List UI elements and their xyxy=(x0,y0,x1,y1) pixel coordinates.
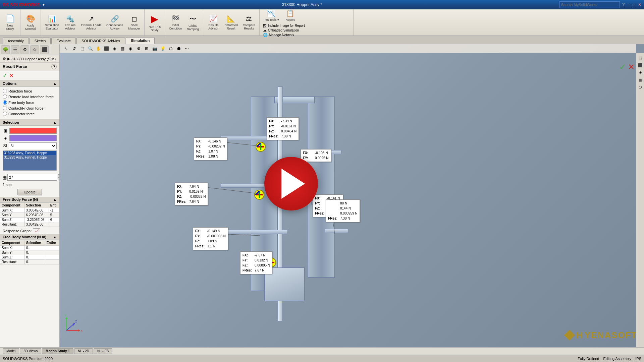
minimize-btn[interactable]: ─ xyxy=(627,2,630,7)
view-btn-zoom-box[interactable]: ⬚ xyxy=(78,45,86,52)
view-btn-lights[interactable]: 💡 xyxy=(159,45,166,52)
bottom-tab-nl-fb[interactable]: NL - FB xyxy=(94,348,112,354)
strip-btn-5[interactable]: ⬡ xyxy=(637,84,644,90)
view-btn-more[interactable]: ⋯ xyxy=(183,45,191,52)
ribbon: 📄 NewStudy 🎨 ApplyMaterial 📊 SimulationE… xyxy=(0,9,644,36)
view-btn-settings[interactable]: ⚙ xyxy=(135,45,142,52)
selection-listbox[interactable]: 313293 Assy, Funnel, Hoppe 313293 Assy, … xyxy=(3,150,57,171)
run-study-button[interactable]: ▶ Run ThisStudy xyxy=(147,12,163,33)
strip-btn-4[interactable]: ▦ xyxy=(637,76,644,83)
view-btn-display[interactable]: ◈ xyxy=(111,45,118,52)
response-graph-icon[interactable]: 📈 xyxy=(33,228,40,233)
tabs-bar: Assembly Sketch Evaluate SOLIDWORKS Add-… xyxy=(0,36,644,44)
view-btn-pointer[interactable]: ↖ xyxy=(62,45,70,52)
radio-connector-input[interactable] xyxy=(3,112,7,116)
options-section-header[interactable]: Options ▲ xyxy=(0,80,59,87)
strip-btn-1[interactable]: ⬚ xyxy=(637,54,644,61)
help-icon[interactable]: ? xyxy=(623,2,625,7)
radio-contact-input[interactable] xyxy=(3,106,7,110)
yena-diamond-icon xyxy=(564,330,575,341)
fixtures-advisor-button[interactable]: 🔩 FixturesAdvisor xyxy=(62,13,78,32)
view-btn-grid[interactable]: ⊞ xyxy=(143,45,150,52)
plot-tools-button[interactable]: 📉 Plot Tools ▾ xyxy=(262,8,281,23)
step-down[interactable]: ▼ xyxy=(58,177,59,180)
force-table-header[interactable]: Free Body Force (N) ▲ xyxy=(0,197,59,202)
simulation-evaluator-label: SimulationEvaluator xyxy=(45,23,59,30)
cancel-button[interactable]: ✕ xyxy=(9,72,13,79)
bottom-tab-nl2d[interactable]: NL - 2D xyxy=(74,348,93,354)
view-btn-rotate[interactable]: ↺ xyxy=(70,45,78,52)
bottom-tab-motion-study[interactable]: Motion Study 1 xyxy=(42,348,73,354)
view-btn-perspective[interactable]: ⬡ xyxy=(167,45,174,52)
offloaded-simulation-button[interactable]: ☁ Offloaded Simulation xyxy=(263,28,305,33)
radio-remote: Remote load interface force xyxy=(3,95,57,99)
view-btn-appearance[interactable]: ◉ xyxy=(127,45,134,52)
selection-title: Selection xyxy=(3,120,19,124)
listbox-item-2[interactable]: 313293 Assy, Funnel, Hoppe xyxy=(3,155,56,160)
panel-icon-settings[interactable]: ⚙ xyxy=(20,45,29,54)
viewport[interactable]: ↖ ↺ ⬚ 🔍 ✋ ⬛ ◈ ▦ ◉ ⚙ ⊞ 📷 💡 ⬡ ⬢ ⋯ xyxy=(60,44,644,347)
force-table: Component Selection Enti Sum X:3.0834E-0… xyxy=(0,202,59,227)
listbox-item-1[interactable]: 313293 Assy, Funnel, Hoppe xyxy=(3,151,56,155)
panel-icon-cube[interactable]: ⬛ xyxy=(40,45,49,54)
manage-network-button[interactable]: 🌐 Manage Network xyxy=(263,33,305,37)
tab-sketch[interactable]: Sketch xyxy=(30,38,51,44)
radio-reaction-input[interactable] xyxy=(3,89,7,93)
view-btn-3d[interactable]: ⬛ xyxy=(103,45,110,52)
tab-addins[interactable]: SOLIDWORKS Add-Ins xyxy=(76,38,125,44)
step-up[interactable]: ▲ xyxy=(58,174,59,177)
maximize-btn[interactable]: □ xyxy=(633,2,635,7)
report-button[interactable]: 📋 Report xyxy=(282,8,298,23)
global-damping-button[interactable]: 〜 GlobalDamping xyxy=(185,13,201,32)
new-study-button[interactable]: 📄 NewStudy xyxy=(2,13,18,32)
shell-manager-button[interactable]: ◻ ShellManager xyxy=(126,13,142,32)
response-graph-label: Response Graph: xyxy=(3,229,32,233)
ribbon-group-material: 🎨 ApplyMaterial xyxy=(20,9,41,36)
selection-section-header[interactable]: Selection ▲ xyxy=(0,119,59,126)
radio-remote-input[interactable] xyxy=(3,95,7,99)
moment-table-header[interactable]: Free Body Moment (N.m) ▲ xyxy=(0,234,59,240)
panel-scroll[interactable]: Result Force ? ✓ ✕ Options ▲ Reaction fo… xyxy=(0,63,59,347)
selection-input-1[interactable] xyxy=(9,128,57,134)
view-btn-zoom[interactable]: 🔍 xyxy=(87,45,94,52)
bottom-tab-model[interactable]: Model xyxy=(3,348,19,354)
tab-evaluate[interactable]: Evaluate xyxy=(51,38,76,44)
bottom-tab-3dviews[interactable]: 3D Views xyxy=(20,348,41,354)
cell-selection: 0. xyxy=(25,250,45,255)
apply-material-button[interactable]: 🎨 ApplyMaterial xyxy=(22,13,39,32)
connections-advisor-button[interactable]: 🔗 ConnectionsAdvisor xyxy=(104,13,125,32)
compare-results-button[interactable]: ⚖ CompareResults xyxy=(241,13,257,32)
search-input[interactable] xyxy=(559,1,620,8)
unit-select[interactable]: SICGSMKS xyxy=(9,142,57,149)
strip-btn-3[interactable]: ◈ xyxy=(637,69,644,76)
view-btn-section[interactable]: ▦ xyxy=(119,45,126,52)
tab-assembly[interactable]: Assembly xyxy=(3,38,29,44)
step-input[interactable] xyxy=(7,174,57,181)
selection-input-2[interactable] xyxy=(9,135,57,141)
panel-icon-star[interactable]: ☆ xyxy=(30,45,39,54)
panel-icon-tree[interactable]: 🌳 xyxy=(1,45,10,54)
external-loads-button[interactable]: ↗ External LoadsAdvisor xyxy=(79,13,103,32)
strip-btn-2[interactable]: ⬛ xyxy=(637,62,644,68)
viewport-ok-btn[interactable]: ✓ xyxy=(619,62,626,72)
view-btn-decal[interactable]: ⬢ xyxy=(175,45,182,52)
quick-access-icon[interactable]: ▾ xyxy=(43,2,45,7)
view-btn-pan[interactable]: ✋ xyxy=(95,45,102,52)
deformed-result-button[interactable]: 📐 DeformedResult xyxy=(222,13,240,32)
view-btn-camera[interactable]: 📷 xyxy=(151,45,158,52)
table-row: Sum Z:0. xyxy=(0,255,59,260)
results-advisor-button[interactable]: 📈 ResultsAdvisor xyxy=(205,13,221,32)
include-image-button[interactable]: 🖼 Include Image for Report xyxy=(263,24,305,28)
help-btn[interactable]: ? xyxy=(51,64,57,69)
close-btn[interactable]: ✕ xyxy=(638,2,641,7)
play-button[interactable] xyxy=(264,157,318,210)
ok-button[interactable]: ✓ xyxy=(3,72,7,79)
simulation-evaluator-button[interactable]: 📊 SimulationEvaluator xyxy=(43,13,61,32)
update-button[interactable]: Update xyxy=(17,189,42,195)
viewport-cancel-btn[interactable]: ✕ xyxy=(628,62,635,72)
initial-condition-button[interactable]: 🏁 InitialCondition xyxy=(167,13,184,32)
breadcrumb-path: 313300 Hopper Assy (SIM) xyxy=(11,57,56,61)
radio-free-body-input[interactable] xyxy=(3,100,7,105)
panel-icon-list[interactable]: ☰ xyxy=(11,45,19,54)
tab-simulation[interactable]: Simulation xyxy=(126,37,155,44)
